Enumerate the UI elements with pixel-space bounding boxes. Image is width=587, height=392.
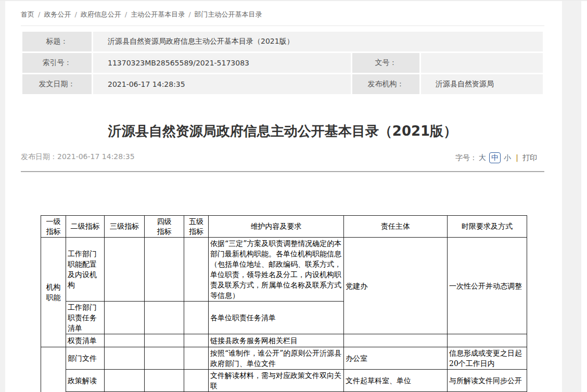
table-cell (41, 347, 66, 392)
table-header-cell: 五级 指标 (184, 216, 209, 238)
table-cell (105, 238, 145, 302)
meta-agency-label: 发布机构： (352, 74, 419, 94)
right-gutter (562, 1, 581, 392)
table-cell (145, 370, 184, 392)
table-cell (344, 334, 448, 347)
meta-row-date: 发文日期： 2021-06-17 14:28:35 发布机构： 沂源县自然资源局 (22, 74, 543, 94)
breadcrumb-item-zhengwu[interactable]: 政务公开 (44, 10, 71, 18)
table-cell: 文件解读材料，需与对应政策文件双向关联 (209, 370, 344, 392)
table-cell (105, 334, 145, 347)
meta-date-label: 发文日期： (22, 74, 92, 94)
main-content: 首页/政务公开/政府信息公开/主动公开基本目录/部门主动公开基本目录 标题： 沂… (21, 1, 544, 392)
table-row: 权责清单链接县政务服务网相关栏目 (41, 334, 527, 347)
info-divider-line (21, 171, 544, 172)
table-cell: 文件起草科室、单位 (344, 370, 448, 392)
tools-divider: | (516, 153, 518, 162)
table-cell: 工作部门职能配置及内设机构 (66, 238, 105, 302)
table-cell (448, 334, 527, 347)
table-header-cell: 三级指标 (105, 216, 145, 238)
breadcrumb-item-dept-catalog[interactable]: 部门主动公开基本目录 (195, 10, 262, 18)
page: 首页/政务公开/政府信息公开/主动公开基本目录/部门主动公开基本目录 标题： 沂… (0, 0, 587, 392)
table-cell: 依据“三定”方案及职责调整情况确定的本部门最新机构职能。各单位机构职能信息（包括… (209, 238, 344, 302)
meta-date-value: 2021-06-17 14:28:35 (93, 74, 351, 94)
table-cell: 办公室 (344, 347, 448, 370)
meta-agency-value: 沂源县自然资源局 (421, 74, 543, 94)
table-cell (184, 334, 209, 347)
table-cell (184, 370, 209, 392)
font-size-label: 字号： (455, 153, 477, 162)
left-gutter (0, 1, 5, 392)
breadcrumb-separator: / (188, 10, 190, 18)
table-cell: 与所解读文件同步公开 (448, 370, 527, 392)
table-cell (145, 238, 184, 302)
table-header-cell: 责任主体 (344, 216, 448, 238)
table-cell: 部门文件 (66, 347, 105, 370)
table-cell: 政策解读 (66, 370, 105, 392)
table-cell (145, 302, 184, 334)
table-header-cell: 一级 指标 (41, 216, 66, 238)
table-header-row: 一级 指标二级指标三级指标四级 指标五级 指标维护内容及要求责任主体时限要求及方… (41, 216, 527, 238)
table-header-cell: 二级指标 (66, 216, 105, 238)
table-cell: 链接县政务服务网相关栏目 (209, 334, 344, 347)
table-header-cell: 四级 指标 (145, 216, 184, 238)
meta-row-title: 标题： 沂源县自然资源局政府信息主动公开基本目录（2021版） (22, 32, 543, 51)
font-size-small-button[interactable]: 小 (504, 153, 511, 162)
meta-index-value: 11370323MB28565589/2021-5173083 (93, 53, 351, 73)
page-title: 沂源县自然资源局政府信息主动公开基本目录（2021版） (21, 122, 544, 140)
meta-docnum-label: 文号： (352, 53, 419, 73)
article-tools: 字号：大中小|打印 (455, 152, 537, 163)
publish-date: 发布日期：2021-06-17 14:28:35 (21, 152, 135, 161)
table-cell: 工作部门职责任务清单 (66, 302, 105, 334)
meta-docnum-value (421, 53, 543, 73)
table-row: 机构职能工作部门职能配置及内设机构依据“三定”方案及职责调整情况确定的本部门最新… (41, 238, 527, 302)
breadcrumb-item-home[interactable]: 首页 (21, 10, 34, 18)
table-header-cell: 维护内容及要求 (209, 216, 344, 238)
table-cell: 按照“谁制作，谁公开”的原则公开沂源县政府部门、单位文件 (209, 347, 344, 370)
table-cell: 一次性公开并动态调整 (448, 238, 527, 334)
table-cell (184, 238, 209, 302)
directory-table: 一级 指标二级指标三级指标四级 指标五级 指标维护内容及要求责任主体时限要求及方… (41, 215, 527, 392)
table-cell: 信息形成或变更之日起20个工作日内 (448, 347, 527, 370)
article-info-bar: 发布日期：2021-06-17 14:28:35 字号：大中小|打印 (21, 152, 544, 165)
meta-title-label: 标题： (22, 32, 92, 51)
table-cell (145, 334, 184, 347)
meta-row-index: 索引号： 11370323MB28565589/2021-5173083 文号： (22, 53, 543, 73)
breadcrumb-item-basic-catalog[interactable]: 主动公开基本目录 (131, 10, 185, 18)
meta-index-label: 索引号： (22, 53, 92, 73)
meta-title-value: 沂源县自然资源局政府信息主动公开基本目录（2021版） (93, 32, 543, 51)
table-cell: 权责清单 (66, 334, 105, 347)
table-header-cell: 时限要求及方式 (448, 216, 527, 238)
table-cell (145, 347, 184, 370)
table-cell (105, 302, 145, 334)
font-size-large-button[interactable]: 大 (479, 153, 486, 162)
document-meta-table: 标题： 沂源县自然资源局政府信息主动公开基本目录（2021版） 索引号： 113… (21, 30, 544, 96)
breadcrumb-separator: / (38, 10, 40, 18)
print-button[interactable]: 打印 (522, 153, 537, 162)
table-row: 政策解读文件解读材料，需与对应政策文件双向关联文件起草科室、单位与所解读文件同步… (41, 370, 527, 392)
table-cell: 党建办 (344, 238, 448, 334)
font-size-medium-button[interactable]: 中 (489, 152, 501, 163)
table-row: 部门文件按照“谁制作，谁公开”的原则公开沂源县政府部门、单位文件办公室信息形成或… (41, 347, 527, 370)
table-cell (184, 347, 209, 370)
breadcrumb-item-info-disclosure[interactable]: 政府信息公开 (81, 10, 121, 18)
table-cell: 各单位职责任务清单 (209, 302, 344, 334)
table-cell (184, 302, 209, 334)
table-cell (105, 370, 145, 392)
table-cell: 机构职能 (41, 238, 66, 347)
breadcrumb-separator: / (74, 10, 76, 18)
breadcrumb: 首页/政务公开/政府信息公开/主动公开基本目录/部门主动公开基本目录 (21, 1, 544, 26)
table-cell (105, 347, 145, 370)
breadcrumb-separator: / (125, 10, 127, 18)
